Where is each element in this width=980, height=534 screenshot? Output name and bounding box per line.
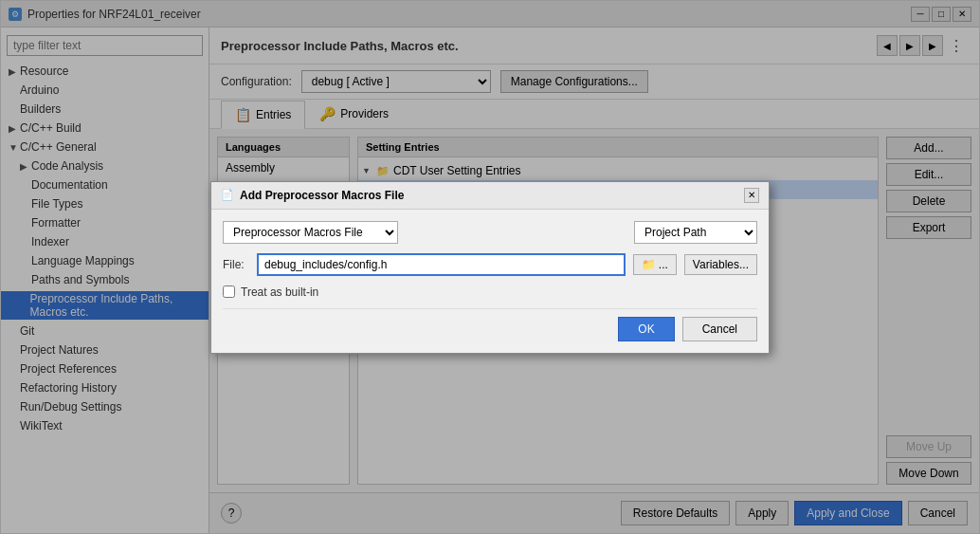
location-select[interactable]: Project Path	[634, 221, 757, 244]
variables-button[interactable]: Variables...	[684, 254, 757, 275]
browse-label: ...	[659, 258, 668, 271]
file-label: File:	[223, 258, 249, 271]
file-row: File: 📁 ... Variables...	[223, 253, 757, 276]
dialog-type-row: Preprocessor Macros File Project Path	[223, 221, 757, 244]
dialog-close-button[interactable]: ✕	[744, 188, 759, 203]
dialog-cancel-button[interactable]: Cancel	[682, 317, 757, 341]
dialog-buttons: OK Cancel	[223, 308, 757, 341]
dialog-title-bar: 📄 Add Preprocessor Macros File ✕	[211, 182, 769, 210]
treat-builtin-checkbox[interactable]	[223, 285, 235, 298]
add-preprocessor-dialog: 📄 Add Preprocessor Macros File ✕ Preproc…	[210, 181, 770, 354]
dialog-ok-button[interactable]: OK	[618, 317, 674, 341]
type-select[interactable]: Preprocessor Macros File	[223, 221, 398, 244]
checkbox-row: Treat as built-in	[223, 285, 757, 299]
file-input[interactable]	[257, 253, 626, 276]
browse-icon: 📁	[642, 258, 656, 271]
treat-builtin-label: Treat as built-in	[241, 285, 318, 299]
main-window: ⚙ Properties for NRF24L01_receiver ─ □ ✕…	[0, 0, 980, 534]
dialog-title: Add Preprocessor Macros File	[240, 189, 404, 202]
browse-button[interactable]: 📁 ...	[633, 254, 677, 275]
dialog-title-left: 📄 Add Preprocessor Macros File	[221, 189, 404, 202]
dialog-overlay: 📄 Add Preprocessor Macros File ✕ Preproc…	[1, 1, 979, 533]
dialog-body: Preprocessor Macros File Project Path Fi…	[211, 210, 769, 353]
dialog-title-icon: 📄	[221, 189, 234, 202]
